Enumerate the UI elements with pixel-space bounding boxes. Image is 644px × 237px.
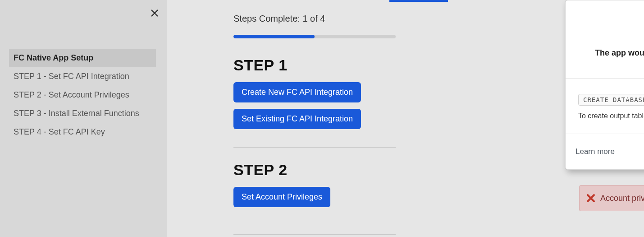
- button-label: Set Existing FC API Integration: [242, 114, 353, 123]
- progress-fill: [233, 35, 315, 38]
- sidebar-item-label: STEP 1 - Set FC API Integration: [14, 72, 129, 81]
- privilege-modal: The app would like the following account…: [565, 0, 644, 170]
- sidebar-nav: FC Native App Setup STEP 1 - Set FC API …: [5, 49, 160, 141]
- set-existing-integration-button[interactable]: Set Existing FC API Integration: [233, 109, 361, 129]
- close-button[interactable]: [151, 9, 159, 19]
- sidebar-item-label: STEP 4 - Set FC API Key: [14, 127, 105, 136]
- step-2-buttons: Set Account Privileges: [233, 187, 576, 207]
- section-divider: [233, 234, 396, 235]
- sidebar-item-step1[interactable]: STEP 1 - Set FC API Integration: [9, 67, 156, 86]
- main-content: Steps Complete: 1 of 4 STEP 1 Create New…: [167, 0, 644, 237]
- shield-icon-wrap: [578, 9, 644, 41]
- close-icon: [151, 9, 159, 17]
- modal-footer: Learn more Cancel Grant Privileges: [566, 134, 644, 169]
- privilege-chip: CREATE DATABASE: [578, 94, 644, 106]
- error-text: Account privileges are not set.: [600, 194, 644, 203]
- sidebar-item-step4[interactable]: STEP 4 - Set FC API Key: [9, 123, 156, 141]
- sidebar-item-step3[interactable]: STEP 3 - Install External Functions: [9, 104, 156, 123]
- app-root: FC Native App Setup STEP 1 - Set FC API …: [0, 0, 644, 237]
- sidebar-item-label: STEP 2 - Set Account Privileges: [14, 90, 129, 99]
- sidebar: FC Native App Setup STEP 1 - Set FC API …: [0, 0, 167, 237]
- button-label: Set Account Privileges: [242, 192, 322, 201]
- learn-more-link[interactable]: Learn more: [575, 147, 615, 156]
- step-1-buttons: Create New FC API Integration Set Existi…: [233, 82, 576, 129]
- sidebar-item-label: STEP 3 - Install External Functions: [14, 109, 139, 118]
- step-1-title: STEP 1: [233, 56, 576, 74]
- sidebar-item-label: FC Native App Setup: [14, 53, 93, 62]
- modal-header: The app would like the following account…: [566, 0, 644, 79]
- set-account-privileges-button[interactable]: Set Account Privileges: [233, 187, 330, 207]
- step-1-section: STEP 1 Create New FC API Integration Set…: [233, 56, 576, 148]
- link-label: Learn more: [575, 147, 615, 156]
- top-active-indicator: [389, 0, 448, 2]
- step-2-section: STEP 2 Set Account Privileges: [233, 161, 576, 235]
- sidebar-item-setup[interactable]: FC Native App Setup: [9, 49, 156, 67]
- button-label: Create New FC API Integration: [242, 88, 353, 97]
- error-x-icon: [586, 193, 596, 203]
- progress-bar: [233, 35, 396, 38]
- error-banner: Account privileges are not set.: [579, 185, 644, 211]
- create-integration-button[interactable]: Create New FC API Integration: [233, 82, 361, 102]
- steps-complete-label: Steps Complete: 1 of 4: [233, 14, 576, 24]
- sidebar-item-step2[interactable]: STEP 2 - Set Account Privileges: [9, 86, 156, 104]
- modal-body: CREATE DATABASE To create output tables …: [566, 79, 644, 134]
- step-2-title: STEP 2: [233, 161, 576, 179]
- section-divider: [233, 147, 396, 148]
- modal-title: The app would like the following account…: [578, 48, 644, 67]
- content-column: Steps Complete: 1 of 4 STEP 1 Create New…: [233, 14, 576, 235]
- privilege-description: To create output tables for FullContact …: [578, 112, 644, 120]
